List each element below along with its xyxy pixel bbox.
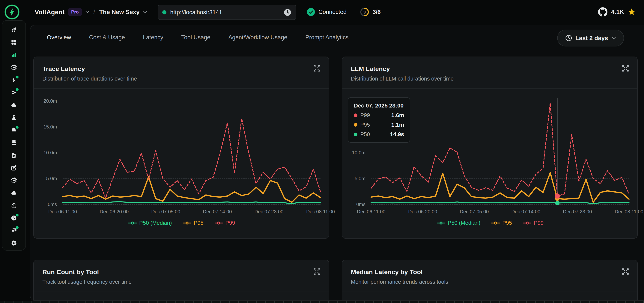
legend-marker-icon (183, 221, 191, 225)
sidebar-item-database[interactable] (11, 140, 17, 146)
x-axis-tick-label: Dec 08 11:00 (306, 209, 335, 215)
cloud-icon (11, 190, 17, 196)
tooltip-series-name: P50 (360, 131, 370, 137)
rocket-icon (11, 26, 17, 33)
legend-label: P95 (194, 220, 204, 226)
y-axis-tick-label: 10.0m (342, 150, 366, 156)
sidebar-item-bar-chart[interactable] (11, 52, 17, 58)
sidebar (2, 20, 26, 251)
expand-icon[interactable] (313, 267, 321, 276)
tab-prompt-analytics[interactable]: Prompt Analytics (305, 34, 348, 41)
chevron-down-icon[interactable] (143, 11, 147, 13)
sidebar-item-cloud-2[interactable] (11, 190, 17, 196)
chevron-down-icon[interactable] (85, 11, 90, 13)
tab-overview[interactable]: Overview (47, 34, 71, 41)
legend-item-p50-median[interactable]: P50 (Median) (437, 220, 480, 226)
sidebar-item-bell[interactable] (11, 127, 17, 133)
legend-item-p95[interactable]: P95 (183, 220, 204, 226)
legend-item-p95[interactable]: P95 (491, 220, 512, 226)
sidebar-item-clock[interactable] (11, 215, 17, 221)
median-latency-by-tool-card: Median Latency by Tool Monitor performan… (342, 260, 638, 301)
tooltip-row-p95: P951.1m (354, 122, 404, 128)
expand-icon[interactable] (621, 267, 630, 276)
tab-agent-workflow-usage[interactable]: Agent/Workflow Usage (228, 34, 287, 41)
sidebar-item-send[interactable] (11, 89, 17, 96)
upload-icon (11, 202, 17, 209)
x-axis-tick-label: Dec 06 20:00 (100, 209, 129, 215)
series-dot-icon (354, 123, 358, 127)
tooltip-row-p99: P991.6m (354, 112, 404, 118)
tooltip-series-value: 14.9s (390, 131, 404, 137)
chart-canvas (62, 98, 320, 204)
legend-label: P95 (502, 220, 512, 226)
series-dot-icon (354, 113, 358, 117)
setup-progress[interactable]: 3 3/6 (360, 0, 381, 24)
voltagent-logo[interactable] (4, 4, 20, 20)
legend-marker-icon (491, 221, 500, 225)
x-axis-tick-label: Dec 07 14:00 (511, 209, 540, 215)
legend-item-p99[interactable]: P99 (214, 220, 235, 226)
time-range-selector[interactable]: Last 2 days (557, 29, 624, 46)
sidebar-item-upload[interactable] (11, 202, 17, 209)
series-line-p95 (371, 173, 629, 202)
document-icon (11, 152, 17, 158)
history-clock-icon[interactable] (284, 8, 292, 16)
chart-tooltip: Dec 07, 2025 23:00P991.6mP951.1mP5014.9s (348, 97, 410, 143)
y-axis-tick-label: 20.0m (34, 98, 57, 104)
expand-icon[interactable] (621, 64, 630, 73)
tab-tool-usage[interactable]: Tool Usage (181, 34, 210, 41)
chart-legend: P50 (Median)P95P99 (342, 220, 638, 226)
sidebar-item-gear[interactable] (11, 240, 17, 246)
y-axis-tick-label: 15.0m (34, 124, 57, 130)
x-axis-tick-label: Dec 07 23:00 (254, 209, 284, 215)
x-axis-tick-label: Dec 07 05:00 (151, 209, 180, 215)
chevron-down-icon (611, 36, 616, 39)
plan-badge[interactable]: Pro (68, 8, 82, 16)
tab-cost-usage[interactable]: Cost & Usage (89, 34, 125, 41)
gear-icon (11, 240, 17, 246)
sidebar-item-edit[interactable] (11, 165, 17, 171)
trace-latency-chart: 20.0m15.0m10.0m5.0m0msDec 06 11:00Dec 06… (34, 88, 330, 239)
card-subtitle: Distribution of LLM call durations over … (351, 76, 629, 82)
sidebar-item-cpu-2[interactable] (11, 177, 17, 184)
legend-label: P50 (Median) (139, 220, 172, 226)
x-axis-tick-label: Dec 07 14:00 (203, 209, 232, 215)
sidebar-item-grid[interactable] (11, 39, 17, 45)
legend-item-p99[interactable]: P99 (523, 220, 544, 226)
sidebar-item-chat[interactable] (11, 227, 17, 234)
y-axis-tick-label: 5.0m (342, 176, 366, 181)
lightning-logo-icon (4, 4, 20, 20)
project-selector[interactable]: The New Sexy (99, 8, 140, 15)
github-stars-link[interactable]: 4.1K (598, 0, 636, 24)
card-subtitle: Monitor performance trends across tools (351, 279, 629, 285)
notification-dot (16, 214, 18, 217)
sidebar-item-rocket[interactable] (11, 26, 17, 33)
star-icon[interactable] (628, 8, 636, 16)
sidebar-item-cloud[interactable] (11, 102, 17, 108)
y-axis-tick-label: 0ms (342, 202, 366, 207)
notification-dot (16, 88, 18, 91)
x-axis-tick-label: Dec 06 11:00 (357, 209, 386, 215)
sidebar-item-lightning[interactable] (11, 77, 17, 83)
legend-item-p50-median[interactable]: P50 (Median) (128, 220, 172, 226)
analytics-content-panel: OverviewCost & UsageLatencyTool UsageAge… (30, 25, 644, 301)
series-line-p50-median (62, 202, 320, 204)
tab-latency[interactable]: Latency (143, 34, 163, 41)
card-subtitle: Track tool usage frequency over time (42, 279, 320, 285)
series-line-p99 (62, 119, 320, 198)
sidebar-item-cpu[interactable] (11, 64, 17, 71)
cpu-icon (11, 177, 17, 184)
progress-ring-value: 3 (364, 10, 366, 14)
brand-name: VoltAgent (35, 8, 65, 16)
server-url-input[interactable]: http://localhost:3141 (158, 5, 296, 20)
cloud-icon (11, 102, 17, 108)
card-title: LLM Latency (351, 65, 629, 72)
connection-status-label: Connected (318, 8, 346, 15)
sidebar-item-flask[interactable] (11, 114, 17, 121)
card-header: Run Count by Tool Track tool usage frequ… (34, 260, 329, 285)
database-icon (11, 140, 17, 146)
sidebar-item-document[interactable] (11, 152, 17, 158)
expand-icon[interactable] (313, 64, 321, 73)
grid-icon (11, 39, 17, 45)
progress-ring-icon: 3 (360, 7, 370, 17)
